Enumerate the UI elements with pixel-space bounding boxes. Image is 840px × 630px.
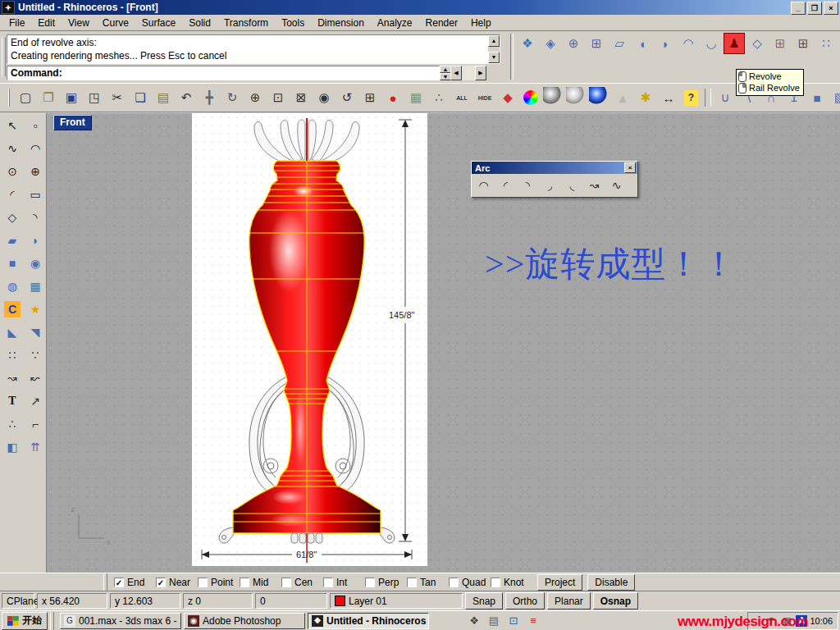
arc-icon[interactable]: ◜ [2,184,23,205]
sweep-1-rail-icon[interactable]: ◠ [678,33,699,54]
ground-plane-icon[interactable]: ▦ [405,87,427,108]
model-canvas[interactable]: 145/8" 61/8" [192,113,427,566]
interpolate-curve-icon[interactable]: ◠ [25,138,46,159]
box-icon[interactable]: ■ [806,87,828,108]
help-icon[interactable]: ? [684,90,698,106]
pointer-icon[interactable]: ↖ [2,115,23,136]
restore-button[interactable]: ❐ [807,2,822,15]
snap-toggle[interactable]: Snap [465,592,503,609]
menu-transform[interactable]: Transform [218,16,274,30]
ime-lang-icon[interactable]: A [796,615,807,627]
save-file-icon[interactable]: ▣ [61,87,82,108]
orient-icon[interactable]: ⌐ [25,413,46,435]
extrude-curve-icon[interactable]: ◖ [632,33,653,54]
osnap-point-checkbox[interactable]: Point [198,577,240,588]
scale-icon[interactable]: ↗ [25,390,46,412]
rebuild-curve-icon[interactable]: ↜ [25,368,46,389]
pan-icon[interactable]: ╋ [199,87,220,108]
show-all-icon[interactable]: ALL [451,87,472,108]
command-spinner[interactable]: ▲ ▼ [440,66,450,80]
my-computer-icon[interactable]: ⊡ [505,613,522,629]
surface-edge-curves-icon[interactable]: ◈ [540,33,561,54]
scroll-left-icon[interactable]: ◀ [450,66,462,80]
explode-icon[interactable]: ★ [25,299,46,320]
rotate-view-icon[interactable]: ↻ [221,87,243,108]
ghosted-view-icon[interactable] [566,87,587,108]
osnap-near-checkbox[interactable]: ✓Near [156,577,198,588]
menu-tools[interactable]: Tools [276,16,310,30]
layer-field[interactable]: Layer 01 [330,593,463,609]
menu-help[interactable]: Help [465,16,497,30]
render-icon[interactable]: ● [382,87,404,108]
export-icon[interactable]: ◳ [84,87,105,108]
sweep-2-rails-icon[interactable]: ◡ [701,33,722,54]
shaded-view-icon[interactable] [543,87,564,108]
osnap-perp-checkbox[interactable]: Perp [365,577,407,588]
circle-icon[interactable]: ⊙ [2,161,23,182]
arc-3-point-icon[interactable]: ◞ [540,176,560,195]
task-button[interactable]: ❖Untitled - Rhinoceros - [... [308,613,429,629]
solid-box-icon[interactable]: ■ [2,253,23,274]
ellipse-icon[interactable]: ⊕ [25,161,46,182]
osnap-cen-checkbox[interactable]: Cen [281,577,323,588]
close-button[interactable]: × [824,2,838,15]
ime-keyboard-icon[interactable]: ▦ [780,614,793,628]
spotlight-icon[interactable]: ▲ [612,87,633,108]
rhino-shortcut-icon[interactable]: ❖ [466,613,482,629]
loft-icon[interactable]: ▱ [609,33,630,54]
surface-planar-curves-icon[interactable]: ⊕ [563,33,584,54]
rectangle-icon[interactable]: ▭ [25,184,46,205]
layer-state-icon[interactable]: ◆ [497,87,518,108]
paste-icon[interactable]: ▤ [153,87,174,108]
surface-analysis-icon[interactable]: ◧ [2,436,23,458]
osnap-end-checkbox[interactable]: ✓End [114,577,156,588]
cplane-button[interactable]: CPlane [2,593,34,609]
menu-dimension[interactable]: Dimension [312,16,370,30]
toolbar-grip[interactable] [8,89,10,107]
surface-plane-icon[interactable]: ⊞ [586,33,607,54]
hide-icon[interactable]: HIDE [474,87,495,108]
menu-edit[interactable]: Edit [32,16,61,30]
osnap-quad-checkbox[interactable]: Quad [449,577,491,588]
minimize-button[interactable]: _ [791,2,806,15]
osnap-tan-checkbox[interactable]: Tan [407,577,449,588]
arc-continue-icon[interactable]: ↝ [584,176,605,195]
solid-cylinder-icon[interactable]: ◍ [2,276,23,297]
curve-tools-icon[interactable]: C [4,301,21,317]
scroll-track[interactable] [462,66,475,80]
menu-render[interactable]: Render [420,16,463,30]
printer-icon[interactable]: ▤ [486,613,502,629]
extrude-straight-icon[interactable]: ⇈ [25,436,46,458]
options-gear-icon[interactable]: ✱ [635,87,656,108]
color-wheel-icon[interactable] [523,90,538,105]
arc-toolbar-titlebar[interactable]: Arc × [472,162,637,174]
antivirus-umbrella-icon[interactable]: ☂ [765,614,778,628]
menu-file[interactable]: File [3,16,30,30]
viewport-front[interactable]: Front [46,113,840,573]
command-input[interactable]: Command: [7,66,440,80]
toolbar-grip[interactable] [103,573,107,591]
viewport-title[interactable]: Front [53,115,92,130]
new-file-icon[interactable]: ▢ [15,87,36,108]
ortho-toggle[interactable]: Ortho [505,592,545,609]
scroll-down-icon[interactable]: ▼ [488,52,500,63]
split-icon[interactable]: ◥ [25,322,46,343]
menu-solid[interactable]: Solid [183,16,217,30]
archive-books-icon[interactable]: ≡ [525,613,541,629]
scroll-right-icon[interactable]: ▶ [475,66,486,80]
menu-curve[interactable]: Curve [97,16,135,30]
blend-surface-icon[interactable]: ◗ [25,230,46,251]
sweep-hatch-icon[interactable]: ◗ [655,33,676,54]
disable-button[interactable]: Disable [587,574,635,591]
drape-icon[interactable]: ⊞ [792,33,814,54]
color-wheel-tray-icon[interactable] [751,615,762,626]
menu-analyze[interactable]: Analyze [372,16,418,30]
patch-icon[interactable]: ⊞ [769,33,791,54]
rendered-view-icon[interactable] [589,87,610,108]
osnap-int-checkbox[interactable]: Int [323,577,365,588]
conic-icon[interactable]: ∿ [606,176,627,195]
control-points-on-icon[interactable]: ∷ [2,345,23,366]
arc-toolbar-panel[interactable]: Arc × ◠◜◝◞◟↝∿ [471,161,638,198]
control-point-curve-icon[interactable]: ∿ [2,138,23,159]
osnap-mid-checkbox[interactable]: Mid [240,577,281,588]
